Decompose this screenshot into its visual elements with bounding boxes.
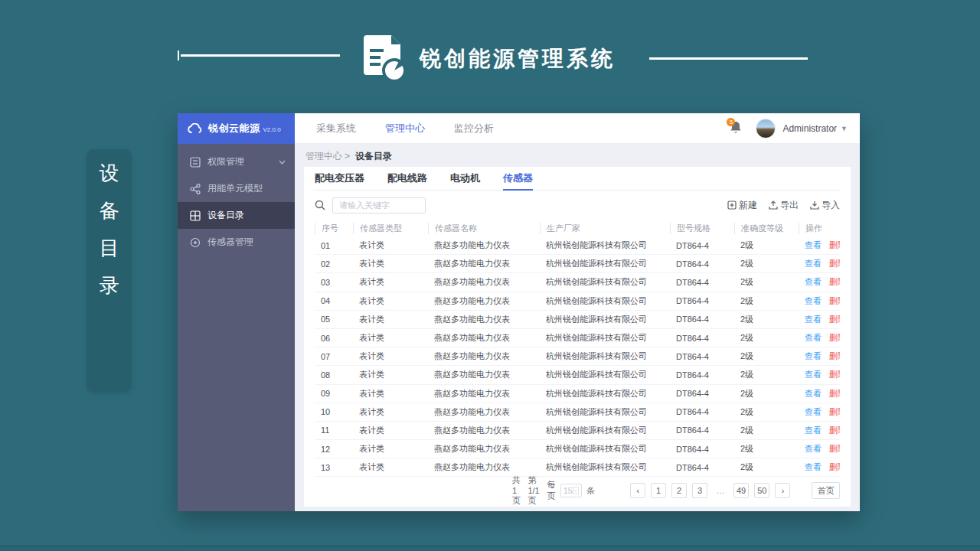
breadcrumb-separator: > bbox=[345, 151, 350, 161]
per-page-label: 每页 bbox=[547, 479, 555, 502]
cell-sensor-type: 表计类 bbox=[353, 314, 428, 325]
delete-link[interactable]: 删除 bbox=[829, 333, 840, 342]
user-avatar[interactable] bbox=[756, 119, 776, 139]
view-link[interactable]: 查看 bbox=[805, 444, 822, 453]
view-link[interactable]: 查看 bbox=[805, 315, 822, 324]
view-link[interactable]: 查看 bbox=[805, 370, 822, 379]
prev-page-button[interactable]: ‹ bbox=[630, 483, 645, 498]
import-icon bbox=[810, 201, 819, 210]
page-background: 锐创能源管理系统 设 备 目 录 锐创云能源 V2.0.0 bbox=[0, 0, 980, 551]
delete-link[interactable]: 删除 bbox=[829, 277, 840, 286]
sidebar-item-label: 用能单元模型 bbox=[207, 182, 263, 195]
per-page-stepper-icon[interactable]: ▫ bbox=[573, 487, 579, 494]
table-row[interactable]: 12 表计类 燕赵多功能电力仪表 杭州锐创能源科技有限公司 DT864-4 2级… bbox=[315, 440, 840, 458]
cell-sensor-type: 表计类 bbox=[353, 369, 428, 380]
tab-motor[interactable]: 电动机 bbox=[450, 167, 480, 190]
permission-icon bbox=[190, 157, 201, 168]
sidebar-item-energy-unit-model[interactable]: 用能单元模型 bbox=[178, 175, 295, 202]
table-row[interactable]: 02 表计类 燕赵多功能电力仪表 杭州锐创能源科技有限公司 DT864-4 2级… bbox=[315, 255, 840, 273]
first-page-button[interactable]: 首页 bbox=[812, 482, 840, 499]
table-row[interactable]: 01 表计类 燕赵多功能电力仪表 杭州锐创能源科技有限公司 DT864-4 2级… bbox=[315, 236, 840, 255]
view-link[interactable]: 查看 bbox=[805, 389, 822, 398]
view-link[interactable]: 查看 bbox=[805, 259, 822, 268]
nav-item-collection-system[interactable]: 采集系统 bbox=[316, 122, 356, 135]
tab-distribution-line[interactable]: 配电线路 bbox=[387, 167, 427, 190]
cell-no: 01 bbox=[315, 241, 353, 250]
view-link[interactable]: 查看 bbox=[805, 351, 822, 360]
user-menu-caret-icon[interactable]: ▼ bbox=[841, 125, 848, 132]
import-button[interactable]: 导入 bbox=[810, 199, 840, 212]
cell-accuracy: 2级 bbox=[734, 406, 799, 418]
table-row[interactable]: 06 表计类 燕赵多功能电力仪表 杭州锐创能源科技有限公司 DT864-4 2级… bbox=[315, 329, 840, 347]
vertical-label-char: 目 bbox=[100, 238, 119, 258]
breadcrumb-parent[interactable]: 管理中心 bbox=[305, 151, 342, 161]
username[interactable]: Administrator bbox=[782, 123, 837, 134]
cell-sensor-name: 燕赵多功能电力仪表 bbox=[428, 276, 540, 288]
sidebar-item-permission-mgmt[interactable]: 权限管理 bbox=[178, 148, 295, 175]
search-input[interactable] bbox=[332, 197, 426, 214]
view-link[interactable]: 查看 bbox=[805, 333, 822, 342]
view-link[interactable]: 查看 bbox=[805, 425, 822, 435]
nav-item-management-center[interactable]: 管理中心 bbox=[385, 122, 425, 135]
tab-distribution-transformer[interactable]: 配电变压器 bbox=[315, 167, 364, 190]
cell-manufacturer: 杭州锐创能源科技有限公司 bbox=[540, 350, 670, 362]
notification-bell-icon[interactable]: 5 bbox=[730, 121, 743, 136]
table-row[interactable]: 07 表计类 燕赵多功能电力仪表 杭州锐创能源科技有限公司 DT864-4 2级… bbox=[315, 347, 840, 366]
table-row[interactable]: 09 表计类 燕赵多功能电力仪表 杭州锐创能源科技有限公司 DT864-4 2级… bbox=[315, 385, 840, 403]
delete-link[interactable]: 删除 bbox=[829, 407, 840, 416]
import-button-label: 导入 bbox=[822, 199, 840, 212]
device-catalog-card: 配电变压器 配电线路 电动机 传感器 bbox=[304, 167, 851, 507]
sidebar-item-sensor-mgmt[interactable]: 传感器管理 bbox=[178, 229, 295, 256]
delete-link[interactable]: 删除 bbox=[829, 351, 840, 360]
brand-version: V2.0.0 bbox=[263, 126, 281, 133]
view-link[interactable]: 查看 bbox=[805, 277, 822, 286]
cell-sensor-type: 表计类 bbox=[353, 332, 428, 344]
view-link[interactable]: 查看 bbox=[805, 462, 822, 471]
delete-link[interactable]: 删除 bbox=[829, 315, 840, 324]
col-header-no: 序号 bbox=[315, 223, 353, 234]
per-page-input[interactable]: 15 ▫ bbox=[560, 484, 582, 497]
sidebar-item-label: 传感器管理 bbox=[207, 236, 253, 249]
delete-link[interactable]: 删除 bbox=[829, 240, 840, 249]
table-row[interactable]: 04 表计类 燕赵多功能电力仪表 杭州锐创能源科技有限公司 DT864-4 2级… bbox=[315, 292, 840, 311]
cell-operations: 查看 删除 bbox=[799, 240, 840, 251]
table-row[interactable]: 03 表计类 燕赵多功能电力仪表 杭州锐创能源科技有限公司 DT864-4 2级… bbox=[315, 273, 840, 292]
table-row[interactable]: 10 表计类 燕赵多功能电力仪表 杭州锐创能源科技有限公司 DT864-4 2级… bbox=[315, 403, 840, 422]
new-button[interactable]: 新建 bbox=[727, 199, 757, 212]
view-link[interactable]: 查看 bbox=[805, 240, 822, 249]
table-row[interactable]: 11 表计类 燕赵多功能电力仪表 杭州锐创能源科技有限公司 DT864-4 2级… bbox=[315, 422, 840, 440]
table-row[interactable]: 05 表计类 燕赵多功能电力仪表 杭州锐创能源科技有限公司 DT864-4 2级… bbox=[315, 311, 840, 329]
cloud-icon bbox=[188, 123, 203, 134]
delete-link[interactable]: 删除 bbox=[829, 370, 840, 379]
delete-link[interactable]: 删除 bbox=[829, 425, 840, 435]
cell-operations: 查看 删除 bbox=[799, 295, 840, 307]
cell-operations: 查看 删除 bbox=[799, 332, 840, 344]
content-area: 管理中心>设备目录 配电变压器 配电线路 电动机 传感器 bbox=[295, 144, 860, 511]
delete-link[interactable]: 删除 bbox=[829, 444, 840, 453]
nav-item-monitoring-analysis[interactable]: 监控分析 bbox=[454, 122, 494, 135]
total-pages-text: 共1页 bbox=[512, 474, 523, 507]
delete-link[interactable]: 删除 bbox=[829, 389, 840, 398]
page-button[interactable]: 3 bbox=[692, 483, 707, 498]
page-button[interactable]: 50 bbox=[754, 483, 769, 498]
delete-link[interactable]: 删除 bbox=[829, 462, 840, 471]
sensor-table: 序号 传感器类型 传感器名称 生产厂家 型号规格 准确度等级 操作 01 表计类… bbox=[315, 220, 840, 477]
export-button[interactable]: 导出 bbox=[769, 199, 799, 212]
sidebar-item-device-catalog[interactable]: 设备目录 bbox=[178, 202, 295, 229]
cell-model: DT864-4 bbox=[670, 278, 734, 287]
page-button[interactable]: 1 bbox=[651, 483, 666, 498]
view-link[interactable]: 查看 bbox=[805, 407, 822, 416]
delete-link[interactable]: 删除 bbox=[829, 296, 840, 305]
topnav-right: 5 Administrator ▼ bbox=[730, 119, 848, 139]
tab-sensor[interactable]: 传感器 bbox=[503, 167, 533, 190]
page-button[interactable]: 49 bbox=[733, 483, 749, 498]
cell-accuracy: 2级 bbox=[734, 332, 799, 344]
next-page-button[interactable]: › bbox=[775, 483, 790, 498]
view-link[interactable]: 查看 bbox=[805, 296, 822, 305]
cell-no: 10 bbox=[315, 407, 353, 416]
page-button[interactable]: 2 bbox=[671, 483, 687, 498]
delete-link[interactable]: 删除 bbox=[829, 259, 840, 268]
col-header-sensor-name: 传感器名称 bbox=[428, 223, 540, 234]
new-plus-icon bbox=[727, 201, 737, 210]
table-row[interactable]: 08 表计类 燕赵多功能电力仪表 杭州锐创能源科技有限公司 DT864-4 2级… bbox=[315, 366, 840, 384]
